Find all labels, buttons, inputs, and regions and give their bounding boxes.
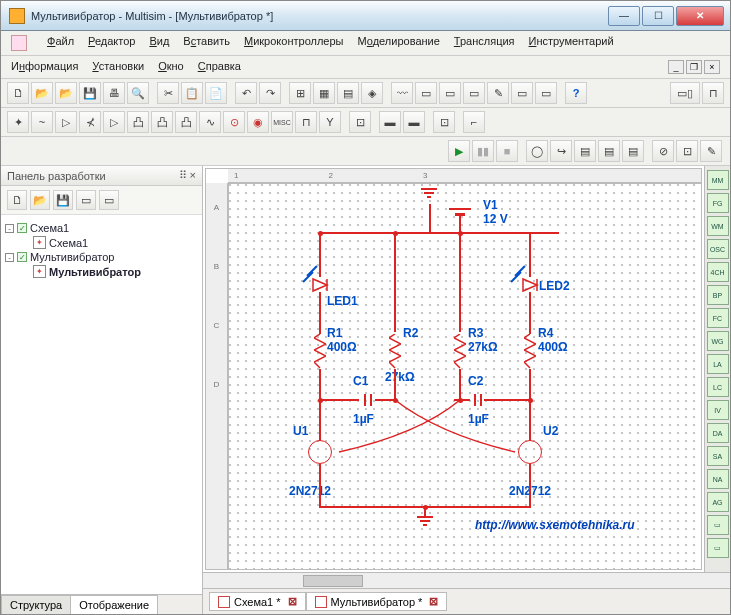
close-button[interactable]: ✕: [676, 6, 724, 26]
instr-iv[interactable]: IV: [707, 400, 729, 420]
comp-pwr[interactable]: ◉: [247, 111, 269, 133]
open2-button[interactable]: 📂: [55, 82, 77, 104]
instr-x2[interactable]: ▭: [707, 538, 729, 558]
doc-tab-1[interactable]: Схема1 *⊠: [209, 592, 306, 611]
menu-mcu[interactable]: Микроконтроллеры: [244, 35, 344, 51]
comp-adv[interactable]: ⊓: [295, 111, 317, 133]
schematic-canvas[interactable]: 123 ABCD V1 12: [205, 168, 702, 570]
tb-g[interactable]: ▭: [439, 82, 461, 104]
comp-ttl[interactable]: 凸: [127, 111, 149, 133]
run-button[interactable]: ▶: [448, 140, 470, 162]
comp-em[interactable]: ⊡: [349, 111, 371, 133]
collapse-icon[interactable]: -: [5, 224, 14, 233]
stop-button[interactable]: ■: [496, 140, 518, 162]
tb-h[interactable]: ▭: [463, 82, 485, 104]
comp-mixed[interactable]: ∿: [199, 111, 221, 133]
instr-fc[interactable]: FC: [707, 308, 729, 328]
instr-bp[interactable]: BP: [707, 285, 729, 305]
print-button[interactable]: 🖶: [103, 82, 125, 104]
minimize-button[interactable]: —: [608, 6, 640, 26]
sim-h[interactable]: ✎: [700, 140, 722, 162]
mdi-minimize[interactable]: _: [668, 60, 684, 74]
menu-instruments[interactable]: Инструментарий: [529, 35, 614, 51]
tab-display[interactable]: Отображение: [70, 595, 158, 614]
instr-mm[interactable]: MM: [707, 170, 729, 190]
sim-f[interactable]: ⊘: [652, 140, 674, 162]
menu-help[interactable]: Справка: [198, 60, 241, 74]
tb-d[interactable]: ◈: [361, 82, 383, 104]
checkbox-icon[interactable]: ✓: [17, 223, 27, 233]
sim-g[interactable]: ⊡: [676, 140, 698, 162]
menu-window[interactable]: Окно: [158, 60, 184, 74]
menu-sim[interactable]: Моделирование: [358, 35, 440, 51]
comp-basic[interactable]: ~: [31, 111, 53, 133]
tree-node-schema1[interactable]: - ✓ Схема1: [5, 221, 198, 235]
cut-button[interactable]: ✂: [157, 82, 179, 104]
sim-d[interactable]: ▤: [598, 140, 620, 162]
instr-x1[interactable]: ▭: [707, 515, 729, 535]
pause-button[interactable]: ▮▮: [472, 140, 494, 162]
comp-chip2[interactable]: ▬: [403, 111, 425, 133]
paste-button[interactable]: 📄: [205, 82, 227, 104]
instr-4ch[interactable]: 4CH: [707, 262, 729, 282]
tree-node-mv[interactable]: - ✓ Мультивибратор: [5, 250, 198, 264]
comp-analog[interactable]: ▷: [103, 111, 125, 133]
tree-leaf-mv[interactable]: ✦ Мультивибратор: [5, 264, 198, 279]
checkbox-icon[interactable]: ✓: [17, 252, 27, 262]
instr-na[interactable]: NA: [707, 469, 729, 489]
instr-osc[interactable]: OSC: [707, 239, 729, 259]
tb-e[interactable]: 〰: [391, 82, 413, 104]
design-tree[interactable]: - ✓ Схема1 ✦ Схема1 - ✓ Мультивибратор ✦…: [1, 215, 202, 594]
save-button[interactable]: 💾: [79, 82, 101, 104]
new-button[interactable]: 🗋: [7, 82, 29, 104]
undo-button[interactable]: ↶: [235, 82, 257, 104]
instr-da[interactable]: DA: [707, 423, 729, 443]
pt-new[interactable]: 🗋: [7, 190, 27, 210]
tb-c[interactable]: ▤: [337, 82, 359, 104]
menu-place[interactable]: Вставить: [183, 35, 230, 51]
instr-fg[interactable]: FG: [707, 193, 729, 213]
menu-file[interactable]: ФФайлайл: [47, 35, 74, 51]
tb-j[interactable]: ▭: [511, 82, 533, 104]
comp-bus[interactable]: ⌐: [463, 111, 485, 133]
comp-trans[interactable]: ⊀: [79, 111, 101, 133]
instr-ag[interactable]: AG: [707, 492, 729, 512]
help-button[interactable]: ?: [565, 82, 587, 104]
comp-misc[interactable]: 凸: [175, 111, 197, 133]
preview-button[interactable]: 🔍: [127, 82, 149, 104]
comp-diode[interactable]: ▷: [55, 111, 77, 133]
collapse-icon[interactable]: -: [5, 253, 14, 262]
instr-la[interactable]: LA: [707, 354, 729, 374]
menu-settings[interactable]: Установки: [92, 60, 144, 74]
comp-chip[interactable]: ▬: [379, 111, 401, 133]
instr-wm[interactable]: WM: [707, 216, 729, 236]
instr-wg[interactable]: WG: [707, 331, 729, 351]
comp-misc2[interactable]: MISC: [271, 111, 293, 133]
instr-sa[interactable]: SA: [707, 446, 729, 466]
menu-transfer[interactable]: Трансляция: [454, 35, 515, 51]
tb-i[interactable]: ✎: [487, 82, 509, 104]
redo-button[interactable]: ↷: [259, 82, 281, 104]
comp-rf[interactable]: Y: [319, 111, 341, 133]
menu-info[interactable]: Информация: [11, 60, 78, 74]
menu-edit[interactable]: Редактор: [88, 35, 135, 51]
sim-e[interactable]: ▤: [622, 140, 644, 162]
tb-b[interactable]: ▦: [313, 82, 335, 104]
doc-tab-2[interactable]: Мультивибратор *⊠: [306, 592, 448, 611]
mdi-close[interactable]: ×: [704, 60, 720, 74]
sim-c[interactable]: ▤: [574, 140, 596, 162]
tb-f[interactable]: ▭: [415, 82, 437, 104]
h-scrollbar[interactable]: [203, 572, 730, 588]
comp-cmos[interactable]: 凸: [151, 111, 173, 133]
connect-button[interactable]: ⊓: [702, 82, 724, 104]
panel-collapse-icon[interactable]: ⠿ ×: [179, 169, 196, 182]
sim-a[interactable]: ◯: [526, 140, 548, 162]
tab-structure[interactable]: Структура: [1, 595, 71, 614]
tree-leaf-schema1[interactable]: ✦ Схема1: [5, 235, 198, 250]
pt-save[interactable]: 💾: [53, 190, 73, 210]
menu-view[interactable]: Вид: [149, 35, 169, 51]
close-icon[interactable]: ⊠: [429, 595, 438, 608]
maximize-button[interactable]: ☐: [642, 6, 674, 26]
copy-button[interactable]: 📋: [181, 82, 203, 104]
instr-lc[interactable]: LC: [707, 377, 729, 397]
